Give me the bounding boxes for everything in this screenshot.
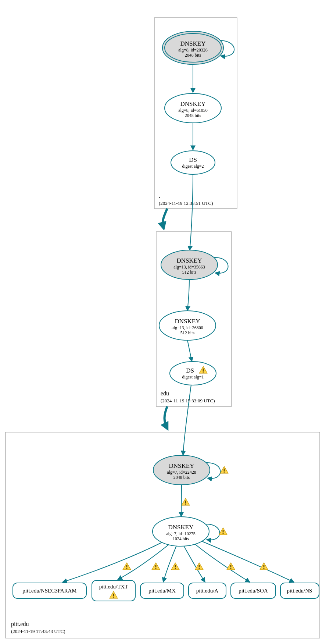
leaf-ns: pitt.edu/NS [280,583,319,598]
node-root-zsk: DNSKEY alg=8, id=61050 2048 bits [165,93,221,123]
svg-text:DNSKEY: DNSKEY [168,524,194,531]
edge-root-to-edu-zone [163,209,167,228]
warning-icon [227,563,235,570]
svg-text:digest alg=2: digest alg=2 [182,164,204,169]
svg-text:alg=8, id=20326: alg=8, id=20326 [178,47,208,53]
svg-text:pitt.edu/A: pitt.edu/A [196,588,219,594]
node-root-ksk: DNSKEY alg=8, id=20326 2048 bits [162,31,223,64]
edge-root-ds-to-edu-ksk [190,174,193,250]
warning-icon [152,563,160,570]
warning-icon [260,563,268,570]
node-edu-zsk: DNSKEY alg=13, id=26800 512 bits [159,311,216,340]
edge-zsk-to-txt [118,544,169,580]
svg-text:512 bits: 512 bits [182,270,197,275]
dnssec-chain-diagram: . (2024-11-19 12:38:51 UTC) DNSKEY alg=8… [0,0,326,644]
svg-text:DNSKEY: DNSKEY [175,318,200,325]
warning-icon [171,563,179,570]
svg-text:2048 bits: 2048 bits [173,475,190,480]
node-pitt-ksk: DNSKEY alg=7, id=22428 2048 bits [153,455,210,485]
leaf-a: pitt.edu/A [189,583,226,598]
svg-text:pitt.edu/NS: pitt.edu/NS [287,588,312,594]
zone-root-timestamp: (2024-11-19 12:38:51 UTC) [159,200,213,206]
svg-text:1024 bits: 1024 bits [173,536,189,541]
svg-text:DNSKEY: DNSKEY [169,462,194,469]
edge-edu-ksk-to-zsk [187,280,189,311]
edge-zsk-to-ns [202,541,294,582]
node-edu-ksk: DNSKEY alg=13, id=35663 512 bits [161,250,218,280]
svg-text:pitt.edu/SOA: pitt.edu/SOA [239,588,268,594]
svg-text:alg=7, id=10275: alg=7, id=10275 [166,531,196,536]
svg-text:DS: DS [189,156,197,163]
leaf-txt: pitt.edu/TXT [92,580,135,601]
svg-text:pitt.edu/MX: pitt.edu/MX [148,588,176,594]
node-edu-ds: DS digest alg=1 [170,362,216,385]
svg-text:512 bits: 512 bits [180,330,195,335]
node-pitt-zsk: DNSKEY alg=7, id=10275 1024 bits [153,517,209,546]
leaf-nsec3param: pitt.edu/NSEC3PARAM [13,583,86,598]
svg-text:2048 bits: 2048 bits [185,113,201,118]
edge-edu-zsk-to-ds [187,340,192,362]
warning-icon [182,498,190,505]
svg-text:alg=13, id=35663: alg=13, id=35663 [173,264,205,270]
zone-pitt-timestamp: (2024-11-19 17:43:43 UTC) [11,629,65,634]
warning-icon [220,466,228,473]
svg-text:DNSKEY: DNSKEY [180,100,206,107]
svg-text:DNSKEY: DNSKEY [177,257,202,264]
svg-text:digest alg=1: digest alg=1 [182,374,204,380]
edge-zsk-to-nsec3 [62,542,162,582]
leaf-soa: pitt.edu/SOA [231,583,276,598]
svg-text:pitt.edu/NSEC3PARAM: pitt.edu/NSEC3PARAM [22,588,76,594]
edge-pitt-ksk-to-zsk [181,485,182,517]
svg-text:DS: DS [186,367,194,374]
edge-zsk-to-a [184,546,205,582]
svg-text:pitt.edu/TXT: pitt.edu/TXT [99,584,128,590]
svg-text:2048 bits: 2048 bits [185,53,201,58]
warning-icon [123,563,131,570]
svg-text:DNSKEY: DNSKEY [180,40,206,47]
zone-edu-timestamp: (2024-11-19 15:33:09 UTC) [161,398,215,403]
edge-edu-ds-to-pitt-ksk [183,385,191,455]
leaf-mx: pitt.edu/MX [140,583,184,598]
svg-text:alg=13, id=26800: alg=13, id=26800 [172,325,203,330]
svg-text:alg=8, id=61050: alg=8, id=61050 [178,108,208,113]
edge-edu-to-pitt-zone [165,406,168,428]
svg-text:alg=7, id=22428: alg=7, id=22428 [167,470,196,475]
zone-pitt-name: pitt.edu [11,621,29,627]
zone-edu-name: edu [161,390,169,396]
warning-icon [219,528,227,535]
zone-root-name: . [159,193,160,199]
warning-icon [195,563,203,570]
node-root-ds: DS digest alg=2 [171,151,215,174]
